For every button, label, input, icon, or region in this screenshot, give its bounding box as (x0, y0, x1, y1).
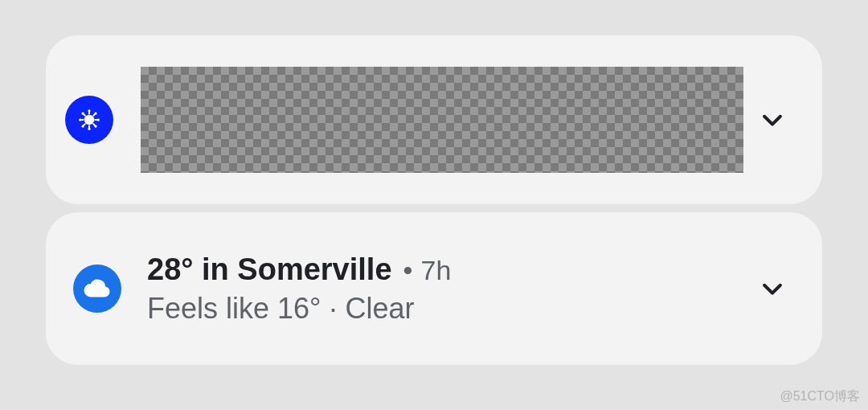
weather-separator: • (403, 255, 413, 286)
chevron-down-icon (759, 275, 786, 302)
svg-point-0 (84, 115, 95, 125)
notification-card-weather[interactable]: 28° in Somerville • 7h Feels like 16° · … (46, 212, 822, 365)
svg-point-9 (88, 109, 90, 112)
chevron-down-icon (759, 106, 786, 133)
virus-icon (65, 96, 113, 144)
weather-title: 28° in Somerville (147, 252, 392, 287)
svg-point-11 (79, 118, 81, 121)
svg-point-15 (81, 125, 84, 127)
weather-title-row: 28° in Somerville • 7h (147, 252, 755, 287)
weather-subtitle: Feels like 16° · Clear (147, 292, 755, 326)
svg-point-13 (81, 112, 84, 114)
notification-list: 28° in Somerville • 7h Feels like 16° · … (0, 0, 868, 365)
svg-point-16 (94, 112, 96, 114)
expand-button[interactable] (755, 271, 790, 306)
expand-button[interactable] (755, 102, 790, 137)
svg-point-14 (94, 125, 96, 127)
weather-time: 7h (420, 255, 451, 286)
watermark: @51CTO博客 (780, 388, 860, 405)
svg-point-10 (88, 128, 90, 130)
redacted-content (141, 67, 743, 173)
notification-card-covid[interactable] (46, 35, 822, 204)
weather-content: 28° in Somerville • 7h Feels like 16° · … (147, 252, 755, 326)
cloud-icon (73, 264, 121, 313)
svg-point-12 (97, 118, 100, 121)
